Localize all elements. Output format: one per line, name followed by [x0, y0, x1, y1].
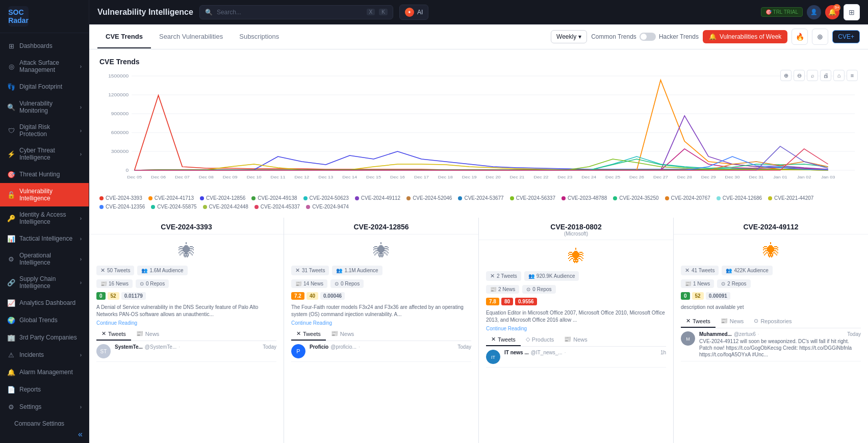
card-tab-news[interactable]: 📰 News [131, 328, 165, 341]
sidebar-item-settings[interactable]: ⚙ Settings › [0, 398, 89, 415]
legend-item[interactable]: CVE-2021-44207 [768, 195, 813, 201]
card-tab-tweets[interactable]: ✕ Tweets [486, 333, 521, 346]
legend-item[interactable]: CVE-2024-52046 [406, 195, 452, 201]
sidebar-item-tactical-intel[interactable]: 📊 Tactical Intelligence › [0, 230, 89, 247]
cve-card-body: 🕷 ✕31 Tweets 👥1.1M Audience 📰14 News ⊙0 … [284, 234, 478, 443]
cve-cards-area: CVE-2024-3393 🕷 ✕50 Tweets 👥1.6M Audienc… [89, 218, 868, 443]
card-tab-news[interactable]: 📰 News [716, 315, 749, 328]
magnify-btn[interactable]: ⌕ [807, 70, 818, 81]
period-select[interactable]: Weekly ▾ [551, 30, 587, 43]
home-btn[interactable]: ⌂ [833, 70, 845, 81]
cve-plus-button[interactable]: CVE+ [832, 30, 860, 43]
legend-item[interactable]: CVE-2024-56337 [510, 195, 555, 201]
sidebar-item-threat-hunting[interactable]: 🎯 Threat Hunting [0, 166, 89, 183]
flame-button[interactable]: 🔥 [792, 29, 808, 45]
ai-button[interactable]: ✦ AI [399, 5, 428, 20]
score-row: 7.8 80 0.9556 [486, 298, 666, 305]
chevron-icon: › [80, 128, 82, 134]
sidebar-item-global-trends[interactable]: 🌍 Global Trends [0, 311, 89, 329]
operational-icon: ⚙ [7, 255, 15, 263]
content-area: CVE Trends Search Vulnerabilities Subscr… [89, 24, 868, 443]
sidebar-item-3rd-party[interactable]: 🏢 3rd Party Companies [0, 329, 89, 346]
legend-item[interactable]: CVE-2024-49138 [251, 195, 297, 201]
tab-cve-trends[interactable]: CVE Trends [97, 25, 151, 48]
sidebar-item-alarm-mgmt[interactable]: 🔔 Alarm Management [0, 363, 89, 381]
sidebar-item-company-settings[interactable]: Company Settings [0, 415, 89, 426]
legend-item[interactable]: CVE-2024-12856 [200, 195, 245, 201]
dashboards-icon: ⊞ [7, 42, 15, 50]
legend-item[interactable]: CVE-2024-55875 [151, 204, 196, 210]
sidebar-item-label: Global Trends [19, 317, 58, 324]
repos-stat: ⊙2 Repos [717, 279, 750, 288]
search-input[interactable] [217, 9, 363, 16]
apps-button[interactable]: ⊞ [844, 4, 860, 20]
card-tab-tweets[interactable]: ✕ Tweets [291, 328, 326, 341]
card-tab-tweets[interactable]: ✕ Tweets [96, 328, 131, 341]
sidebar-item-digital-footprint[interactable]: 👣 Digital Footprint [0, 78, 89, 95]
print-btn[interactable]: 🖨 [820, 70, 831, 81]
legend-item[interactable]: CVE-2024-12686 [717, 195, 762, 201]
sidebar-collapse-button[interactable]: « [0, 426, 89, 443]
plus-button[interactable]: ⊕ [812, 29, 828, 45]
tab-search-vulnerabilities[interactable]: Search Vulnerabilities [151, 25, 231, 48]
hacker-trends-toggle[interactable] [640, 33, 656, 41]
zoom-out-btn[interactable]: ⊖ [794, 70, 805, 81]
stats-row-2: 📰1 News ⊙2 Repos [681, 279, 861, 288]
notification-button[interactable]: 🔔 9+ [825, 5, 839, 19]
sidebar-item-dashboards[interactable]: ⊞ Dashboards [0, 37, 89, 55]
audience-stat: 👥422K Audience [722, 266, 772, 275]
sidebar-item-cyber-threat[interactable]: ⚡ Cyber Threat Intelligence › [0, 142, 89, 166]
legend-item[interactable]: CVE-2024-12356 [99, 204, 145, 210]
tweet-username: Muhammed... [699, 331, 732, 337]
continue-reading-link[interactable]: Continue Reading [486, 326, 666, 331]
twitter-icon: ✕ [685, 267, 690, 274]
card-tab-tweets[interactable]: ✕ Tweets [681, 315, 716, 328]
chevron-icon: › [80, 236, 82, 242]
sidebar-item-vulnerability-monitoring[interactable]: 🔍 Vulnerability Monitoring › [0, 95, 89, 119]
chevron-icon: › [80, 256, 82, 262]
sidebar-item-identity-access[interactable]: 🔑 Identity & Access Intelligence › [0, 206, 89, 230]
sidebar-item-digital-risk[interactable]: 🛡 Digital Risk Protection › [0, 119, 89, 142]
sidebar-item-reports[interactable]: 📄 Reports [0, 381, 89, 398]
card-tab-news[interactable]: 📰 News [326, 328, 360, 341]
sidebar-item-incidents[interactable]: ⚠ Incidents › [0, 346, 89, 363]
chevron-icon: › [80, 216, 82, 221]
sidebar-item-vulnerability-intel[interactable]: 🔓 Vulnerability Intelligence [0, 183, 89, 206]
tweet-text: CVE-2024-49112 will soon be weaponized. … [699, 338, 861, 358]
toggle-knob [641, 34, 647, 40]
sidebar-item-attack-surface[interactable]: ◎ Attack Surface Management › [0, 55, 89, 78]
people-icon: 👥 [528, 273, 534, 279]
legend-item[interactable]: CVE-2024-20767 [665, 195, 710, 201]
tab-subscriptions[interactable]: Subscriptions [231, 25, 287, 48]
legend-item[interactable]: CVE-2024-45337 [254, 204, 300, 210]
continue-reading-link[interactable]: Continue Reading [96, 320, 276, 326]
menu-btn[interactable]: ≡ [847, 70, 858, 81]
cve-title: CVE-2024-12856 [291, 223, 471, 231]
zoom-in-btn[interactable]: ⊕ [780, 70, 792, 81]
legend-item[interactable]: CVE-2024-35250 [613, 195, 658, 201]
legend-item[interactable]: CVE-2023-48788 [561, 195, 607, 201]
card-tab-news[interactable]: 📰 News [559, 333, 593, 346]
svg-text:Dec 05: Dec 05 [127, 175, 142, 179]
vulnerabilities-of-week-button[interactable]: 🔔 Vulnerabilities of Week [703, 30, 787, 43]
legend-item[interactable]: CVE-2024-41713 [148, 195, 194, 201]
tweet-item: P Proficio @proficio... · Today [291, 341, 471, 362]
legend-item[interactable]: CVE-2024-49112 [355, 195, 400, 201]
continue-reading-link[interactable]: Continue Reading [291, 320, 471, 326]
sidebar-item-operational-intel[interactable]: ⚙ Operational Intelligence › [0, 247, 89, 271]
card-tab-products[interactable]: ◇ Products [521, 333, 559, 346]
svg-text:Dec 25: Dec 25 [605, 175, 620, 179]
legend-item[interactable]: CVE-2024-50623 [303, 195, 349, 201]
sidebar-item-supply-chain[interactable]: 🔗 Supply Chain Intelligence › [0, 271, 89, 294]
vuln-week-label: Vulnerabilities of Week [720, 33, 781, 40]
legend-item[interactable]: CVE-2024-42448 [203, 204, 248, 210]
legend-item[interactable]: CVE-2024-3393 [99, 195, 142, 201]
sidebar-item-label: Tactical Intelligence [19, 235, 72, 242]
legend-item[interactable]: CVE-2024-9474 [306, 204, 349, 210]
card-tab-repositories[interactable]: ⊙ Repositories [749, 315, 797, 328]
sidebar-item-label: Alarm Management [19, 369, 73, 376]
news-icon: 📰 [490, 286, 496, 292]
legend-item[interactable]: CVE-2024-53677 [458, 195, 503, 201]
sidebar-item-analytics[interactable]: 📈 Analytics Dashboard [0, 294, 89, 311]
spider-icon: 🕷 [568, 247, 584, 266]
